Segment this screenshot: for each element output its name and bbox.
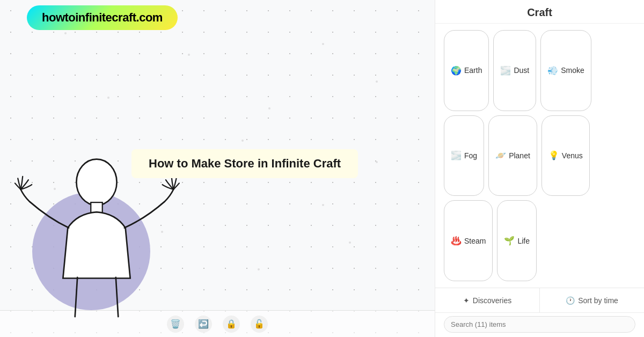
element-emoji-venus: 💡 <box>548 150 559 160</box>
discoveries-label: Discoveries <box>473 296 511 305</box>
sort-by-time-button[interactable]: 🕐 Sort by time <box>540 288 644 312</box>
elements-grid: 🌍Earth🌫️Dust💨Smoke🌫️Fog🪐Planet💡Venus♨️St… <box>435 24 644 288</box>
element-emoji-steam: ♨️ <box>451 236 462 246</box>
element-chip-dust[interactable]: 🌫️Dust <box>493 30 536 111</box>
sort-by-time-label: Sort by time <box>578 296 618 305</box>
element-label-fog: Fog <box>464 151 477 160</box>
element-chip-smoke[interactable]: 💨Smoke <box>540 30 591 111</box>
page-title: How to Make Store in Infinite Craft <box>131 149 358 178</box>
element-label-steam: Steam <box>464 237 486 245</box>
element-chip-venus[interactable]: 💡Venus <box>541 115 590 196</box>
element-chip-earth[interactable]: 🌍Earth <box>444 30 489 111</box>
element-emoji-dust: 🌫️ <box>500 65 511 76</box>
discoveries-icon: ✦ <box>463 296 470 305</box>
discoveries-button[interactable]: ✦ Discoveries <box>435 288 540 312</box>
element-label-smoke: Smoke <box>561 66 584 75</box>
bottom-bar: ✦ Discoveries 🕐 Sort by time <box>435 288 644 312</box>
element-chip-fog[interactable]: 🌫️Fog <box>444 115 484 196</box>
element-label-planet: Planet <box>509 151 530 160</box>
site-banner: howtoinfinitecraft.com <box>27 5 178 30</box>
element-emoji-smoke: 💨 <box>547 65 558 76</box>
craft-title: Craft <box>527 6 552 18</box>
element-emoji-life: 🌱 <box>504 236 515 246</box>
element-chip-planet[interactable]: 🪐Planet <box>488 115 537 196</box>
element-chip-life[interactable]: 🌱Life <box>497 200 537 281</box>
svg-point-0 <box>76 159 116 206</box>
right-panel: Craft 🌍Earth🌫️Dust💨Smoke🌫️Fog🪐Planet💡Ven… <box>435 0 644 337</box>
page-title-text: How to Make Store in Infinite Craft <box>149 157 341 170</box>
toolbar-unlock-icon[interactable]: 🔓 <box>251 316 268 333</box>
craft-header: Craft <box>435 0 644 24</box>
element-chip-steam[interactable]: ♨️Steam <box>444 200 493 281</box>
element-emoji-earth: 🌍 <box>451 65 462 76</box>
element-emoji-planet: 🪐 <box>495 150 506 160</box>
element-label-earth: Earth <box>464 66 482 75</box>
site-banner-text: howtoinfinitecraft.com <box>42 11 163 24</box>
search-input[interactable] <box>444 316 635 333</box>
search-area <box>435 312 644 337</box>
element-emoji-fog: 🌫️ <box>451 150 462 160</box>
element-label-life: Life <box>517 237 530 245</box>
clock-icon: 🕐 <box>566 296 575 305</box>
element-label-venus: Venus <box>562 151 583 160</box>
element-label-dust: Dust <box>514 66 529 75</box>
